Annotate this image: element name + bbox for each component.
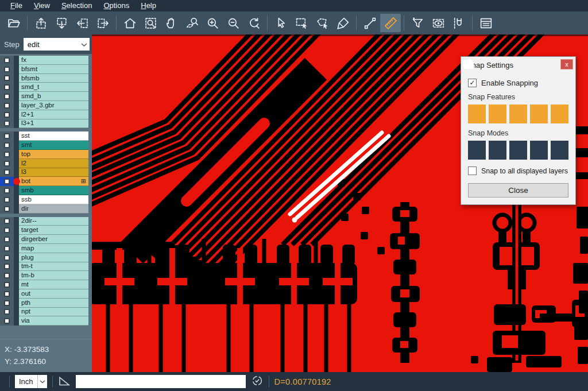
layer-row-top[interactable]: top <box>0 150 88 159</box>
layer-name[interactable]: l2+1 <box>19 110 88 119</box>
layer-row-target[interactable]: target <box>0 226 88 235</box>
select-cursor-button[interactable] <box>270 14 291 32</box>
layer-name[interactable]: bfsmb <box>19 74 88 83</box>
layer-row-npt[interactable]: npt <box>0 308 88 317</box>
layer-name[interactable]: tm-t <box>19 262 88 272</box>
import-up-button[interactable] <box>30 14 51 32</box>
close-button[interactable]: Close <box>468 183 568 198</box>
snap-line-feature-button[interactable] <box>468 104 486 123</box>
layer-row-l2+1[interactable]: l2+1 <box>0 110 88 119</box>
layer-visibility-checkbox[interactable] <box>0 299 14 308</box>
layer-name[interactable]: target <box>19 226 88 235</box>
layer-visibility-checkbox[interactable] <box>0 204 14 214</box>
import-right-button[interactable] <box>92 14 113 32</box>
layer-visibility-checkbox[interactable] <box>0 280 14 289</box>
layer-row-bot[interactable]: bot⊞ <box>0 177 88 186</box>
refresh-check-icon[interactable] <box>251 374 264 389</box>
layer-row-bfsmt[interactable]: bfsmt <box>0 65 88 74</box>
layer-name[interactable]: top <box>19 150 88 159</box>
layer-name[interactable]: layer_3.gbr <box>19 101 88 110</box>
layer-row-sst[interactable]: sst <box>0 131 88 141</box>
layer-visibility-checkbox[interactable] <box>0 289 14 299</box>
clean-brush-button[interactable] <box>332 14 353 32</box>
enable-snapping-checkbox[interactable]: ✓ <box>468 79 477 87</box>
dialog-title-bar[interactable]: Snap Settings x <box>461 57 575 73</box>
layer-visibility-checkbox[interactable] <box>0 271 14 280</box>
snap-end-snap-button[interactable] <box>509 141 527 160</box>
layer-name[interactable]: 2dir-- <box>19 217 88 226</box>
snap-text-feature-button[interactable] <box>551 104 568 123</box>
layer-visibility-checkbox[interactable] <box>0 253 14 262</box>
snap-magnet-button[interactable] <box>448 14 469 32</box>
filter-button[interactable] <box>407 14 428 32</box>
layer-visibility-checkbox[interactable] <box>0 195 14 204</box>
menu-file[interactable]: File <box>5 0 28 11</box>
layer-row-tm-t[interactable]: tm-t <box>0 262 88 272</box>
layer-row-smb[interactable]: smb <box>0 186 88 195</box>
layer-name[interactable]: bot⊞ <box>19 177 88 186</box>
menu-help[interactable]: Help <box>135 0 162 11</box>
unit-select[interactable]: Inch <box>15 375 47 388</box>
pan-hand-button[interactable] <box>161 14 181 32</box>
layer-visibility-checkbox[interactable] <box>0 131 14 141</box>
layer-name[interactable]: dirgerber <box>19 235 88 244</box>
layer-name[interactable]: smt <box>19 141 88 150</box>
measure-line-button[interactable] <box>359 14 380 32</box>
layer-name[interactable]: out <box>19 289 88 299</box>
layer-row-map[interactable]: map <box>0 244 88 253</box>
zoom-out-button[interactable] <box>223 14 243 32</box>
layer-visibility-checkbox[interactable] <box>0 308 14 317</box>
step-select[interactable]: edit <box>24 38 90 51</box>
layer-row-pth[interactable]: pth <box>0 299 88 308</box>
layer-visibility-checkbox[interactable] <box>0 186 14 195</box>
snap-surface-feature-button[interactable] <box>509 104 527 123</box>
snap-arc-feature-button[interactable] <box>530 104 548 123</box>
layer-visibility-checkbox[interactable] <box>0 217 14 226</box>
layer-name[interactable]: dir <box>19 204 88 214</box>
layer-row-dir[interactable]: dir <box>0 204 88 214</box>
layer-visibility-checkbox[interactable] <box>0 74 14 83</box>
layer-row-plug[interactable]: plug <box>0 253 88 262</box>
layer-visibility-checkbox[interactable] <box>0 65 14 74</box>
layer-visibility-checkbox[interactable] <box>0 168 14 177</box>
layer-row-out[interactable]: out <box>0 289 88 299</box>
layer-name[interactable]: tm-b <box>19 271 88 280</box>
layer-name[interactable]: pth <box>19 299 88 308</box>
layer-name[interactable]: fx <box>19 56 88 65</box>
layer-name[interactable]: l3+1 <box>19 119 88 129</box>
layer-row-dirgerber[interactable]: dirgerber <box>0 235 88 244</box>
measure-ruler-button[interactable] <box>380 14 401 32</box>
layer-name[interactable]: mt <box>19 280 88 289</box>
layer-row-via[interactable]: via <box>0 316 88 326</box>
menu-options[interactable]: Options <box>98 0 135 11</box>
snap-center-snap-button[interactable] <box>468 141 486 160</box>
select-polygon-button[interactable] <box>312 14 332 32</box>
layer-row-l3+1[interactable]: l3+1 <box>0 119 88 129</box>
layer-row-l3[interactable]: l3 <box>0 168 88 177</box>
layer-name[interactable]: smb <box>19 186 88 195</box>
layer-name[interactable]: map <box>19 244 88 253</box>
layer-row-smd_b[interactable]: smd_b <box>0 92 88 101</box>
zoom-window-button[interactable] <box>140 14 161 32</box>
layer-visibility-checkbox[interactable] <box>0 92 14 101</box>
snap-all-layers-checkbox[interactable] <box>468 167 477 175</box>
snap-pad-feature-button[interactable] <box>489 104 506 123</box>
layer-name[interactable]: l2 <box>19 159 88 168</box>
menu-selection[interactable]: Selection <box>56 0 98 11</box>
layer-visibility-checkbox[interactable] <box>0 110 14 119</box>
layer-visibility-checkbox[interactable] <box>0 262 14 272</box>
zoom-previous-button[interactable] <box>243 14 264 32</box>
layer-row-ssb[interactable]: ssb <box>0 195 88 204</box>
pcb-canvas[interactable]: Snap Settings x ✓ Enable Snapping Snap F… <box>92 34 588 372</box>
zoom-in-button[interactable] <box>202 14 223 32</box>
layer-name[interactable]: l3 <box>19 168 88 177</box>
import-down-button[interactable] <box>51 14 72 32</box>
layer-name[interactable]: bfsmt <box>19 65 88 74</box>
open-folder-button[interactable] <box>3 14 24 32</box>
layer-visibility-checkbox[interactable] <box>0 316 14 326</box>
menu-view[interactable]: View <box>28 0 56 11</box>
layer-name[interactable]: npt <box>19 308 88 317</box>
zoom-polygon-button[interactable] <box>181 14 202 32</box>
layer-name[interactable]: ssb <box>19 195 88 204</box>
layer-row-layer_3.gbr[interactable]: layer_3.gbr <box>0 101 88 110</box>
